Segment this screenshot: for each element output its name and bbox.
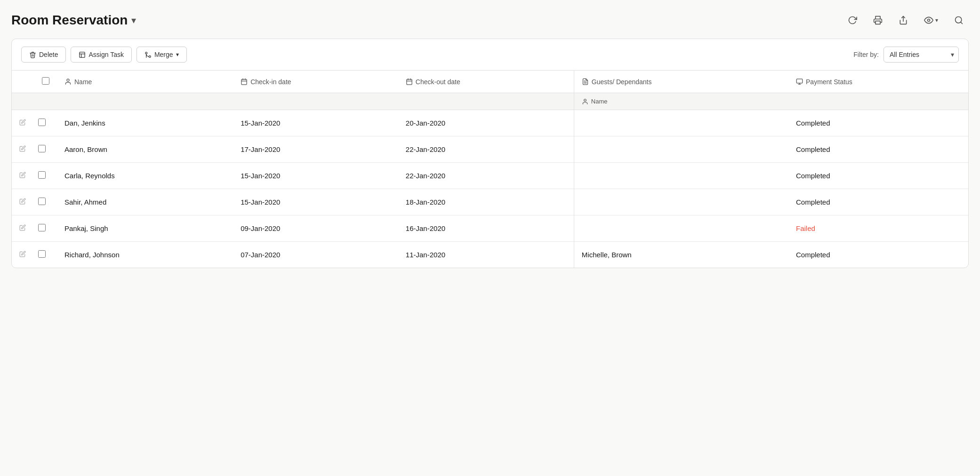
edit-icon-0[interactable] <box>19 119 26 127</box>
edit-header <box>12 71 34 93</box>
refresh-icon <box>848 16 857 25</box>
share-button[interactable] <box>893 11 913 29</box>
table-row: Sahir, Ahmed 15-Jan-2020 18-Jan-2020 Com… <box>12 189 968 215</box>
guests-cell-1 <box>574 136 788 163</box>
sub-name-col <box>57 93 233 110</box>
row-checkbox-4[interactable] <box>38 224 46 231</box>
edit-icon-2[interactable] <box>19 172 26 180</box>
checkout-cell-5: 11-Jan-2020 <box>398 242 574 268</box>
payment-header: Payment Status <box>788 71 968 93</box>
edit-icon-3[interactable] <box>19 198 26 206</box>
name-cell-1: Aaron, Brown <box>57 136 233 163</box>
table-container: Delete Assign Task Merge ▾ Filter by: <box>11 39 969 268</box>
checkin-cell-4: 09-Jan-2020 <box>233 215 398 242</box>
table-row: Dan, Jenkins 15-Jan-2020 20-Jan-2020 Com… <box>12 110 968 136</box>
edit-cell-1 <box>12 136 34 163</box>
search-button[interactable] <box>949 11 969 29</box>
guests-sub-label: Name <box>591 98 608 105</box>
svg-rect-21 <box>796 79 803 83</box>
row-checkbox-3[interactable] <box>38 198 46 205</box>
view-button[interactable]: ▾ <box>919 11 943 29</box>
svg-line-4 <box>961 22 963 24</box>
calendar-icon <box>241 78 248 85</box>
svg-rect-5 <box>80 52 85 57</box>
eye-icon <box>924 16 933 25</box>
sub-check-col <box>34 93 57 110</box>
merge-button[interactable]: Merge ▾ <box>137 47 187 63</box>
checkout-cell-0: 20-Jan-2020 <box>398 110 574 136</box>
delete-button[interactable]: Delete <box>21 47 66 63</box>
reservations-table: Name Check-in date <box>12 71 968 268</box>
row-checkbox-2[interactable] <box>38 171 46 179</box>
edit-cell-4 <box>12 215 34 242</box>
checkout-header: Check-out date <box>398 71 574 93</box>
table-body: Dan, Jenkins 15-Jan-2020 20-Jan-2020 Com… <box>12 110 968 268</box>
svg-point-2 <box>928 19 930 22</box>
guests-cell-3 <box>574 189 788 215</box>
share-icon <box>899 16 908 25</box>
payment-cell-3: Completed <box>788 189 968 215</box>
guests-cell-4 <box>574 215 788 242</box>
name-column-label: Name <box>74 78 92 86</box>
checkbox-header <box>34 71 57 93</box>
sub-header-row: Name <box>12 93 968 110</box>
assign-task-button[interactable]: Assign Task <box>71 47 131 63</box>
checkbox-cell-4 <box>34 215 57 242</box>
select-all-checkbox[interactable] <box>42 77 49 85</box>
guests-cell-0 <box>574 110 788 136</box>
svg-rect-11 <box>241 79 247 85</box>
edit-icon-5[interactable] <box>19 251 26 259</box>
name-cell-2: Carla, Reynolds <box>57 163 233 189</box>
checkin-cell-2: 15-Jan-2020 <box>233 163 398 189</box>
payment-cell-0: Completed <box>788 110 968 136</box>
assign-task-label: Assign Task <box>88 51 123 58</box>
filter-select-wrapper: All Entries Completed Failed Pending <box>884 47 959 63</box>
page-title-dropdown[interactable]: ▾ <box>131 15 136 26</box>
checkout-cell-4: 16-Jan-2020 <box>398 215 574 242</box>
print-icon <box>873 16 883 25</box>
sub-edit-col <box>12 93 34 110</box>
guests-column-label: Guests/ Dependants <box>592 78 652 86</box>
person-icon <box>64 78 72 85</box>
payment-icon <box>796 78 803 85</box>
edit-cell-0 <box>12 110 34 136</box>
checkin-cell-1: 17-Jan-2020 <box>233 136 398 163</box>
row-checkbox-1[interactable] <box>38 145 46 152</box>
merge-label: Merge <box>154 51 173 58</box>
checkbox-cell-3 <box>34 189 57 215</box>
checkin-cell-0: 15-Jan-2020 <box>233 110 398 136</box>
page-title: Room Reservation <box>11 13 128 28</box>
table-row: Carla, Reynolds 15-Jan-2020 22-Jan-2020 … <box>12 163 968 189</box>
svg-point-24 <box>584 99 586 101</box>
toolbar: Delete Assign Task Merge ▾ Filter by: <box>12 39 968 71</box>
svg-point-10 <box>67 79 69 81</box>
checkout-cell-3: 18-Jan-2020 <box>398 189 574 215</box>
table-row: Richard, Johnson 07-Jan-2020 11-Jan-2020… <box>12 242 968 268</box>
trash-icon <box>29 51 36 58</box>
calendar-checkout-icon <box>406 78 413 85</box>
checkbox-cell-1 <box>34 136 57 163</box>
guests-icon <box>582 78 589 85</box>
header-actions: ▾ <box>843 11 969 29</box>
payment-column-label: Payment Status <box>806 78 852 86</box>
table-row: Pankaj, Singh 09-Jan-2020 16-Jan-2020 Fa… <box>12 215 968 242</box>
page-title-group: Room Reservation ▾ <box>11 13 136 28</box>
filter-select[interactable]: All Entries Completed Failed Pending <box>884 47 959 63</box>
refresh-button[interactable] <box>843 11 862 29</box>
payment-cell-5: Completed <box>788 242 968 268</box>
page-header: Room Reservation ▾ <box>11 11 969 29</box>
delete-label: Delete <box>39 51 58 58</box>
checkbox-cell-5 <box>34 242 57 268</box>
print-button[interactable] <box>868 11 888 29</box>
view-dropdown-arrow: ▾ <box>935 17 938 24</box>
row-checkbox-5[interactable] <box>38 250 46 258</box>
name-header: Name <box>57 71 233 93</box>
edit-icon-1[interactable] <box>19 145 26 153</box>
checkbox-cell-0 <box>34 110 57 136</box>
edit-icon-4[interactable] <box>19 224 26 232</box>
row-checkbox-0[interactable] <box>38 119 46 126</box>
filter-label: Filter by: <box>853 51 879 58</box>
checkin-cell-5: 07-Jan-2020 <box>233 242 398 268</box>
edit-cell-5 <box>12 242 34 268</box>
table-header-row: Name Check-in date <box>12 71 968 93</box>
